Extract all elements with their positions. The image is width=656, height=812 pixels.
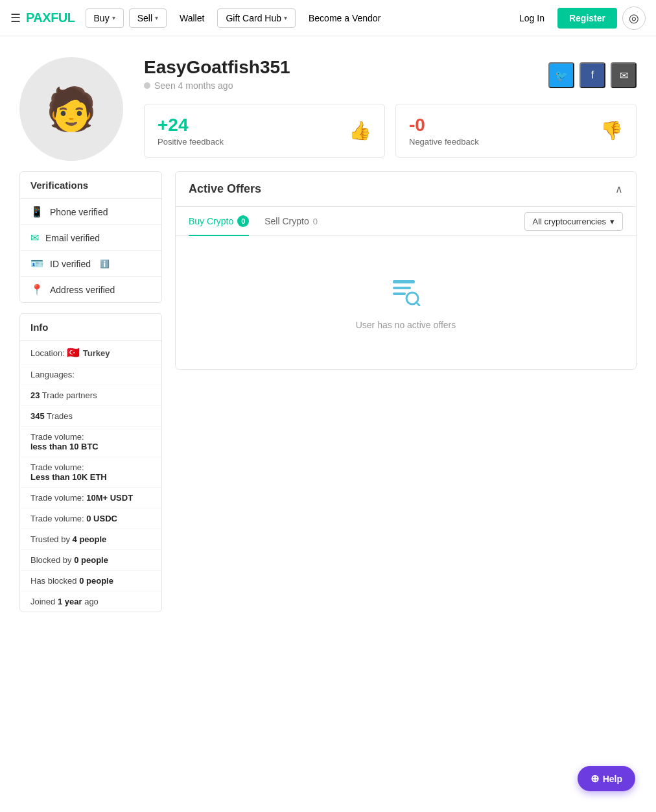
empty-text: User has no active offers	[356, 320, 456, 330]
phone-icon: 📱	[30, 206, 43, 218]
flag-icon: 🇹🇷	[67, 347, 82, 358]
positive-feedback-label: Positive feedback	[158, 137, 224, 147]
trade-volume-usdt-item: Trade volume: 10M+ USDT	[20, 488, 161, 508]
phone-verified: 📱 Phone verified	[20, 199, 161, 225]
chevron-down-icon: ▾	[155, 14, 158, 21]
feedback-cards: +24 Positive feedback 👍 -0 Negative feed…	[144, 104, 637, 158]
id-verified: 🪪 ID verified ℹ️	[20, 251, 161, 277]
empty-search-icon	[390, 275, 421, 312]
svg-rect-2	[393, 293, 406, 295]
phone-verified-label: Phone verified	[50, 207, 108, 217]
gift-card-hub-button[interactable]: Gift Card Hub ▾	[217, 8, 296, 28]
info-icon: ℹ️	[100, 259, 110, 269]
thumbs-down-icon: 👎	[600, 120, 623, 141]
user-circle-icon: ◎	[629, 11, 639, 25]
trade-volume-usdt-value: 10M+ USDT	[86, 493, 133, 503]
facebook-button[interactable]: f	[580, 62, 605, 88]
twitter-icon: 🐦	[555, 69, 568, 82]
trade-volume-usdc-value: 0 USDC	[86, 514, 117, 523]
trusted-value: 4 people	[73, 534, 107, 544]
chevron-down-icon: ▾	[112, 14, 115, 21]
has-blocked-value: 0 people	[79, 576, 113, 586]
email-icon: ✉	[620, 69, 628, 82]
profile-username: EasyGoatfish351	[144, 57, 290, 78]
sell-tab-count: 0	[313, 217, 318, 226]
positive-feedback-card: +24 Positive feedback 👍	[144, 104, 385, 158]
offers-title: Active Offers	[189, 182, 261, 196]
has-blocked-item: Has blocked 0 people	[20, 571, 161, 591]
id-icon: 🪪	[30, 257, 43, 270]
offers-empty-state: User has no active offers	[176, 236, 636, 369]
trusted-by-item: Trusted by 4 people	[20, 529, 161, 550]
avatar-icon: 🧑	[45, 85, 97, 134]
trade-partners-value: 23	[30, 390, 40, 400]
navbar: ☰ PAXFUL Buy ▾ Sell ▾ Wallet Gift Card H…	[0, 0, 656, 36]
brand: PAXFUL	[26, 10, 75, 25]
id-verified-label: ID verified	[50, 259, 91, 269]
verifications-title: Verifications	[20, 172, 161, 199]
negative-feedback-number: -0	[409, 115, 479, 136]
tab-sell-crypto[interactable]: Sell Crypto 0	[264, 208, 318, 235]
profile-seen: Seen 4 months ago	[144, 80, 290, 91]
sell-button[interactable]: Sell ▾	[129, 8, 167, 28]
nav-icon-button[interactable]: ◎	[622, 6, 646, 30]
blocked-by-item: Blocked by 0 people	[20, 550, 161, 571]
negative-feedback-label: Negative feedback	[409, 137, 479, 147]
collapse-icon[interactable]: ∧	[615, 183, 623, 195]
svg-line-4	[416, 302, 419, 305]
trade-volume-btc-value: less than 10 BTC	[30, 442, 99, 451]
avatar: 🧑	[19, 57, 123, 161]
active-offers-card: Active Offers ∧ Buy Crypto 0 Sell Crypto…	[175, 171, 637, 370]
info-card: Info Location: 🇹🇷 Turkey Languages: 23 T…	[19, 313, 162, 612]
right-panel: Active Offers ∧ Buy Crypto 0 Sell Crypto…	[175, 171, 637, 370]
blocked-by-value: 0 people	[74, 555, 108, 565]
info-title: Info	[20, 314, 161, 341]
trades-item: 345 Trades	[20, 406, 161, 427]
email-verify-icon: ✉	[30, 232, 39, 244]
register-button[interactable]: Register	[557, 8, 617, 29]
trade-volume-eth-value: Less than 10K ETH	[30, 472, 107, 482]
trade-volume-eth-item: Trade volume: Less than 10K ETH	[20, 457, 161, 488]
seen-dot-icon	[144, 82, 150, 89]
location-item: Location: 🇹🇷 Turkey	[20, 341, 161, 364]
svg-rect-1	[393, 287, 411, 289]
brand-logo: PAXFUL	[26, 10, 75, 25]
verifications-card: Verifications 📱 Phone verified ✉ Email v…	[19, 171, 162, 303]
address-verified-label: Address verified	[50, 285, 115, 295]
buy-tab-badge: 0	[237, 215, 249, 227]
chevron-down-icon: ▾	[610, 217, 615, 226]
offers-tabs: Buy Crypto 0 Sell Crypto 0 All cryptocur…	[176, 207, 636, 236]
trade-volume-btc-item: Trade volume: less than 10 BTC	[20, 427, 161, 457]
svg-rect-0	[393, 280, 415, 283]
tab-buy-crypto[interactable]: Buy Crypto 0	[189, 208, 249, 236]
profile-section: 🧑 EasyGoatfish351 Seen 4 months ago 🐦 f …	[4, 36, 652, 171]
offers-header: Active Offers ∧	[176, 172, 636, 207]
twitter-button[interactable]: 🐦	[548, 62, 574, 88]
wallet-button[interactable]: Wallet	[172, 9, 212, 27]
trade-partners-item: 23 Trade partners	[20, 385, 161, 406]
social-buttons: 🐦 f ✉	[548, 62, 637, 88]
main-content: Verifications 📱 Phone verified ✉ Email v…	[4, 171, 652, 623]
become-vendor-button[interactable]: Become a Vendor	[301, 9, 388, 27]
trade-volume-usdc-item: Trade volume: 0 USDC	[20, 508, 161, 529]
thumbs-up-icon: 👍	[349, 120, 371, 141]
joined-item: Joined 1 year ago	[20, 591, 161, 612]
left-sidebar: Verifications 📱 Phone verified ✉ Email v…	[19, 171, 162, 623]
negative-feedback-card: -0 Negative feedback 👎	[395, 104, 637, 158]
email-button[interactable]: ✉	[611, 62, 637, 88]
address-icon: 📍	[30, 283, 43, 296]
joined-value: 1 year	[58, 597, 82, 606]
email-verified: ✉ Email verified	[20, 225, 161, 251]
login-button[interactable]: Log In	[511, 9, 552, 27]
languages-item: Languages:	[20, 364, 161, 385]
trades-value: 345	[30, 411, 45, 421]
facebook-icon: f	[591, 69, 594, 81]
crypto-filter-dropdown[interactable]: All cryptocurrencies ▾	[524, 212, 623, 231]
buy-button[interactable]: Buy ▾	[86, 8, 124, 28]
location-value: Turkey	[83, 348, 110, 358]
address-verified: 📍 Address verified	[20, 277, 161, 302]
hamburger-icon[interactable]: ☰	[10, 11, 21, 25]
profile-info: EasyGoatfish351 Seen 4 months ago 🐦 f ✉	[144, 57, 637, 158]
positive-feedback-number: +24	[158, 115, 224, 136]
chevron-down-icon: ▾	[284, 14, 287, 21]
